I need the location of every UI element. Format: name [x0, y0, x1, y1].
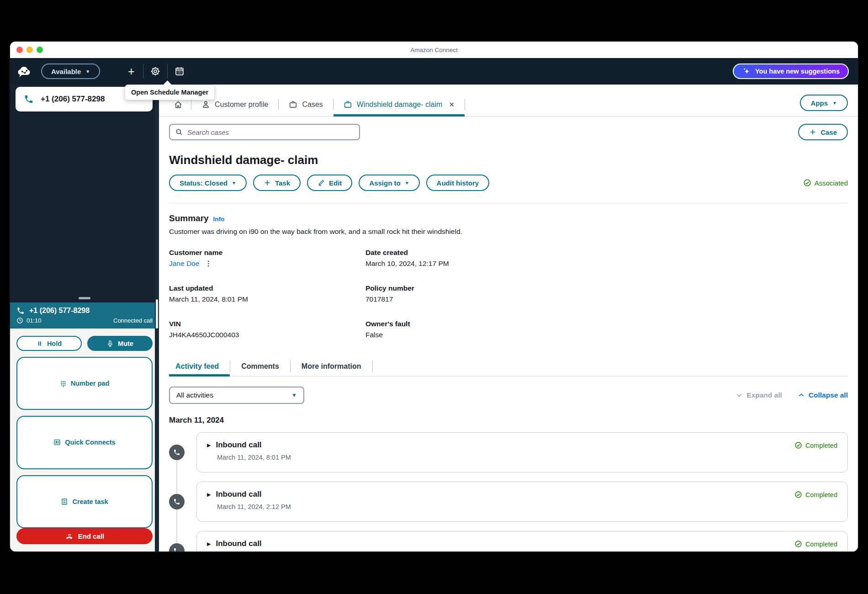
- mute-button[interactable]: Mute: [87, 336, 153, 351]
- field-label: Policy number: [365, 284, 580, 292]
- kebab-menu-icon[interactable]: ⋮: [205, 260, 212, 267]
- clock-icon: [16, 317, 23, 324]
- task-document-icon: [61, 498, 68, 505]
- phone-icon: [16, 307, 25, 315]
- collapse-all-button[interactable]: Collapse all: [798, 391, 848, 399]
- new-contact-button[interactable]: +: [125, 65, 137, 77]
- triangle-right-icon: ▶: [207, 541, 211, 547]
- plus-icon: [264, 179, 271, 186]
- call-header: +1 (206) 577-8298 01:10 Connected call: [10, 302, 159, 329]
- zoom-window-button[interactable]: [37, 47, 43, 53]
- field-last-updated: Last updated March 11, 2024, 8:01 PM: [169, 284, 365, 303]
- chevron-down-icon: ▼: [405, 180, 409, 186]
- associated-badge: Associated: [803, 179, 848, 187]
- suggestions-label: You have new suggestions: [755, 68, 840, 75]
- pause-icon: [37, 340, 43, 347]
- info-link[interactable]: Info: [213, 216, 225, 223]
- calendar-icon: [175, 66, 185, 76]
- field-date-created: Date created March 10, 2024, 12:17 PM: [365, 249, 580, 268]
- tab-cases[interactable]: Cases: [279, 93, 333, 116]
- triangle-right-icon: ▶: [207, 442, 211, 448]
- end-call-button[interactable]: End call: [16, 528, 153, 544]
- collapse-all-label: Collapse all: [809, 391, 848, 399]
- task-label: Task: [275, 179, 290, 187]
- activity-expander[interactable]: ▶ Inbound call: [207, 440, 291, 450]
- audit-history-button[interactable]: Audit history: [426, 175, 490, 191]
- field-owners-fault: Owner's fault False: [365, 320, 580, 339]
- create-task-button[interactable]: Create task: [16, 475, 153, 528]
- field-value: JH4KA4650JC000403: [169, 331, 365, 339]
- field-value: False: [365, 331, 580, 339]
- plus-icon: [809, 128, 816, 136]
- briefcase-icon: [289, 100, 297, 109]
- hold-button[interactable]: Hold: [16, 336, 82, 351]
- suggestions-button[interactable]: You have new suggestions: [733, 64, 849, 79]
- agent-status-dropdown[interactable]: Available ▼: [41, 64, 100, 79]
- nav-divider: [143, 64, 143, 79]
- tab-windshield-claim[interactable]: Windshield damage- claim ✕: [333, 93, 465, 116]
- tab-comments[interactable]: Comments: [230, 356, 290, 376]
- activity-card: ▶ Inbound call March 11, 2024, 2:11 PM C…: [196, 531, 848, 552]
- apps-dropdown-button[interactable]: Apps ▼: [800, 95, 848, 111]
- feed-tab-bar: Activity feed Comments More information: [169, 356, 848, 377]
- check-circle-icon: [794, 540, 802, 548]
- minimize-window-button[interactable]: [26, 47, 33, 53]
- phone-icon: [173, 547, 180, 552]
- sidebar-scrollbar-thumb[interactable]: [156, 299, 158, 329]
- hang-up-icon: [65, 532, 74, 541]
- quick-connects-button[interactable]: Quick Connects: [16, 416, 153, 469]
- sparkle-icon: [742, 67, 751, 76]
- titlebar: Amazon Connect: [10, 42, 858, 58]
- status-label: Status: Closed: [180, 179, 228, 187]
- quick-connects-label: Quick Connects: [65, 439, 115, 446]
- field-label: Customer name: [169, 249, 365, 257]
- schedule-manager-button[interactable]: [174, 65, 185, 77]
- activity-timeline: ▶ Inbound call March 11, 2024, 8:01 PM C…: [169, 432, 848, 552]
- completed-badge: Completed: [794, 491, 837, 499]
- status-dropdown-button[interactable]: Status: Closed ▼: [169, 175, 247, 191]
- panel-drag-handle[interactable]: [79, 297, 90, 299]
- amazon-connect-window: Amazon Connect Available ▼ +: [10, 42, 858, 552]
- main-workspace: Customer profile Cases Windshi: [159, 85, 858, 552]
- expand-all-button[interactable]: Expand all: [736, 391, 782, 399]
- call-controls: Hold Mute: [10, 329, 159, 552]
- add-task-button[interactable]: Task: [253, 175, 301, 191]
- microphone-icon: [106, 340, 114, 347]
- completed-badge: Completed: [794, 441, 837, 449]
- connect-logo-icon: [16, 65, 33, 78]
- field-label: Date created: [365, 249, 580, 257]
- activities-filter-select[interactable]: All activities ▼: [169, 387, 304, 404]
- edit-button[interactable]: Edit: [307, 175, 352, 191]
- settings-button[interactable]: [149, 65, 161, 77]
- assign-to-button[interactable]: Assign to ▼: [359, 175, 419, 191]
- check-circle-icon: [794, 441, 802, 449]
- activity-expander[interactable]: ▶ Inbound call: [207, 539, 291, 548]
- top-navbar: Available ▼ +: [10, 58, 858, 85]
- triangle-right-icon: ▶: [207, 492, 211, 498]
- briefcase-icon: [344, 100, 352, 109]
- tab-windshield-claim-label: Windshield damage- claim: [357, 101, 443, 109]
- person-icon: [201, 100, 210, 109]
- tab-more-information[interactable]: More information: [291, 356, 372, 376]
- number-pad-button[interactable]: Number pad: [16, 357, 153, 410]
- pencil-icon: [318, 179, 325, 186]
- nav-icon-group: +: [119, 64, 191, 79]
- search-cases-input[interactable]: [187, 128, 354, 136]
- completed-badge: Completed: [794, 540, 837, 548]
- check-circle-icon: [794, 491, 802, 499]
- chevron-down-icon: ▼: [85, 69, 90, 74]
- activity-timestamp: March 11, 2024, 2:12 PM: [217, 503, 291, 510]
- tab-activity-feed[interactable]: Activity feed: [169, 356, 230, 376]
- activity-expander[interactable]: ▶ Inbound call: [207, 490, 291, 499]
- tab-divider: [465, 99, 465, 110]
- customer-name-link[interactable]: Jane Doe: [169, 260, 199, 268]
- call-number: +1 (206) 577-8298: [29, 307, 90, 315]
- new-case-button[interactable]: Case: [798, 124, 848, 140]
- activity-item: ▶ Inbound call March 11, 2024, 2:12 PM C…: [169, 482, 848, 522]
- close-window-button[interactable]: [16, 47, 23, 53]
- feed-controls: All activities ▼ Expand all: [169, 387, 848, 404]
- phone-activity-icon: [169, 543, 185, 552]
- activity-title: Inbound call: [216, 440, 261, 450]
- expand-all-label: Expand all: [746, 391, 782, 399]
- close-tab-icon[interactable]: ✕: [449, 101, 455, 109]
